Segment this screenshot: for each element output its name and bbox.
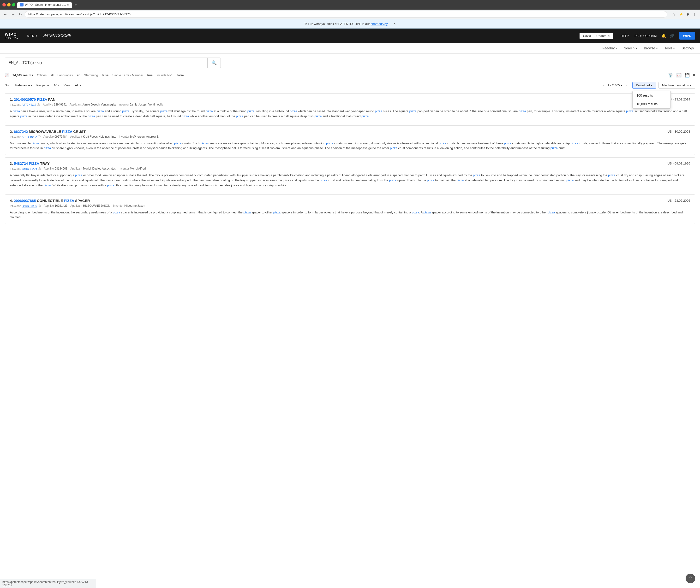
prev-page-btn[interactable]: ‹ [601, 83, 605, 88]
int-class-link[interactable]: A47J 43/18 [22, 103, 36, 106]
result-card: 1. 20140020570 PIZZA PAN US - 23.01.2014… [5, 93, 695, 123]
result-title-rest: SPACER [75, 199, 90, 203]
info-icon[interactable]: ⓘ [38, 135, 41, 139]
tab-close-btn[interactable]: × [67, 3, 69, 6]
applicant: Morici, Dudley Associates [83, 167, 116, 170]
result-number: 4. [10, 199, 13, 203]
layout-icon[interactable]: ■ [693, 72, 695, 78]
family-value: true [147, 73, 152, 77]
user-profile[interactable]: PAUL OLDHAM [635, 34, 657, 38]
covid-label: Covid-19 Update [583, 34, 606, 38]
chart-icon[interactable]: 📈 [676, 72, 682, 78]
pagination: ‹ 1 / 2,465 ▾ › [601, 83, 629, 88]
page-info[interactable]: 1 / 2,465 ▾ [607, 83, 622, 87]
bookmark-btn[interactable]: ☆ [671, 12, 676, 17]
npl-label: Include NPL [156, 73, 173, 77]
result-id-link[interactable]: 20140020570 [14, 97, 36, 101]
result-title-pre: MICROWAVEABLE [29, 129, 62, 134]
survey-close-btn[interactable]: × [394, 22, 396, 26]
save-icon[interactable]: 💾 [684, 72, 690, 78]
next-page-btn[interactable]: › [624, 83, 629, 88]
int-class-link[interactable]: B65D 85/30 [22, 204, 37, 208]
back-btn[interactable]: ← [2, 11, 8, 18]
inventor: Jamie Joseph Ventimeglia [130, 103, 163, 106]
search-nav[interactable]: Search ▾ [623, 45, 639, 51]
result-keyword: PIZZA [62, 129, 72, 134]
minimize-window-btn[interactable] [7, 3, 11, 6]
browser-navbar: ← → ↻ https://patentscope.wipo.int/searc… [0, 10, 700, 19]
tools-nav[interactable]: Tools ▾ [663, 45, 676, 51]
per-page-select[interactable]: 10 ▾ [54, 83, 60, 87]
browser-chrome: WIPO - Search International a... × + [0, 0, 700, 10]
result-title-pre: CONNECTIBLE [37, 199, 64, 203]
extensions-btn[interactable]: ⚡ [678, 12, 684, 17]
maximize-window-btn[interactable] [12, 3, 15, 6]
result-date: US - 23.02.2006 [667, 199, 690, 202]
address-bar[interactable]: https://patentscope.wipo.int/search/en/r… [25, 11, 667, 18]
result-date: US - 30.09.2003 [667, 130, 690, 133]
result-meta: Int.Class B65D 81/26 ⓘ Appl.No 08134603 … [10, 167, 690, 171]
survey-link[interactable]: short survey [371, 22, 388, 26]
sort-label: Sort: [5, 83, 11, 87]
result-title-rest: CRUST [73, 129, 86, 134]
browser-tab[interactable]: WIPO - Search International a... × [17, 2, 72, 8]
view-select[interactable]: All ▾ [75, 83, 81, 87]
result-id-link[interactable]: 6627242 [14, 129, 28, 134]
profile-btn[interactable]: P [686, 12, 690, 17]
search-submit-btn[interactable]: 🔍 [207, 58, 220, 68]
wipo-logo[interactable]: WIPO IP PORTAL [5, 32, 18, 39]
rss-icon[interactable]: 📡 [668, 72, 673, 78]
download-btn[interactable]: Download ▾ [632, 82, 656, 89]
result-meta: Int.Class A47J 43/18 ⓘ Appl.No 13949141 … [10, 103, 690, 107]
menu-button[interactable]: MENU [23, 32, 41, 40]
new-tab-btn[interactable]: + [75, 2, 77, 7]
inventor: Hilbourne Jason [124, 204, 145, 207]
refresh-btn[interactable]: ↻ [18, 11, 23, 18]
info-icon[interactable]: ⓘ [38, 204, 41, 208]
sort-select[interactable]: Relevance ▾ [15, 83, 32, 87]
close-window-btn[interactable] [2, 3, 6, 6]
result-title: 4. 20060037885 CONNECTIBLE PIZZA SPACER [10, 199, 90, 203]
help-link[interactable]: HELP [621, 34, 629, 38]
search-input[interactable] [5, 58, 207, 68]
results-list: 1. 20140020570 PIZZA PAN US - 23.01.2014… [0, 91, 700, 229]
menu-btn[interactable]: ⋮ [692, 12, 698, 17]
family-label: Single Family Member [112, 73, 143, 77]
feedback-nav[interactable]: Feedback [601, 45, 619, 51]
download-10000-option[interactable]: 10,000 results [633, 100, 670, 108]
info-icon[interactable]: ⓘ [37, 103, 40, 106]
result-id-link[interactable]: 20060037885 [14, 199, 36, 203]
result-id-link[interactable]: 5482724 [14, 161, 28, 165]
int-class-link[interactable]: A21D 10/02 [22, 135, 37, 139]
languages-label: Languages [57, 73, 73, 77]
machine-translation-btn[interactable]: Machine translation ▾ [659, 82, 695, 89]
info-icon[interactable]: ⓘ [38, 167, 41, 171]
download-100-option[interactable]: 100 results [633, 91, 670, 100]
cart-btn[interactable]: 🛒 [670, 34, 675, 38]
browser-nav-icons: ☆ ⚡ P ⋮ [671, 12, 698, 17]
stemming-label: Stemming [84, 73, 98, 77]
page-sep: / [610, 83, 611, 87]
result-title-rest: PAN [48, 97, 56, 101]
wipo-btn[interactable]: WIPO [679, 32, 695, 40]
result-meta: Int.Class B65D 85/30 ⓘ Appl.No 10921423 … [10, 204, 690, 208]
view-label: View: [64, 83, 71, 87]
appl-no: 10921423 [55, 204, 67, 207]
meta-icon-group: 📡 📈 💾 ■ [668, 72, 695, 78]
tab-title: WIPO - Search International a... [25, 3, 66, 6]
result-title-rest: TRAY [40, 161, 49, 165]
result-date: US - 09.01.1996 [667, 162, 690, 165]
result-header: 2. 6627242 MICROWAVEABLE PIZZA CRUST US … [10, 129, 690, 134]
download-label: Download ▾ [636, 83, 652, 87]
covid-close-btn[interactable]: × [608, 34, 610, 38]
applicant: Jamie Joseph Ventimeglia [82, 103, 116, 106]
result-title: 3. 5482724 PIZZA TRAY [10, 161, 50, 165]
int-class-link[interactable]: B65D 81/26 [22, 167, 37, 171]
notifications-btn[interactable]: 🔔 [661, 34, 666, 38]
forward-btn[interactable]: → [10, 11, 16, 18]
page-dropdown-icon: ▾ [621, 83, 623, 87]
result-card: 4. 20060037885 CONNECTIBLE PIZZA SPACER … [5, 194, 695, 224]
settings-nav[interactable]: Settings [680, 45, 695, 51]
browse-nav[interactable]: Browse ▾ [642, 45, 659, 51]
sort-bar: Sort: Relevance ▾ Per page: 10 ▾ View: A… [0, 80, 700, 91]
